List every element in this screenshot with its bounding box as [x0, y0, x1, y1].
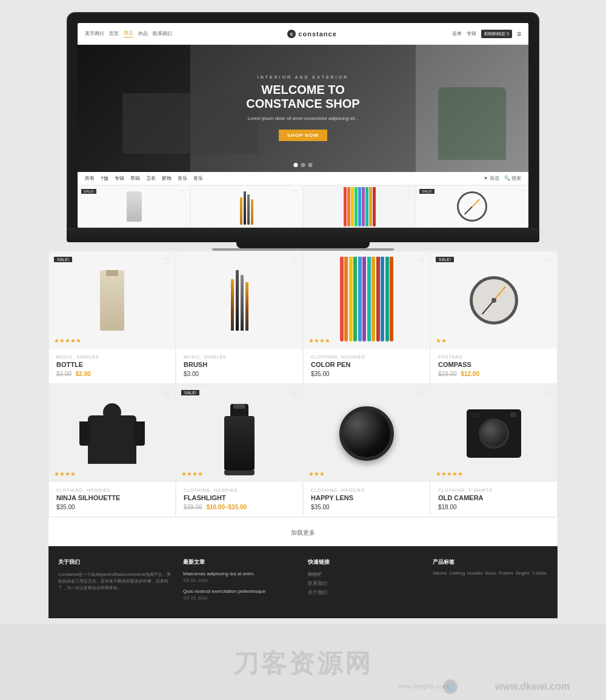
- nav-link-works[interactable]: 作品: [138, 30, 148, 37]
- footer-link-contact[interactable]: 联系我们: [308, 580, 423, 587]
- hero-dot-2[interactable]: [301, 163, 305, 167]
- tag-posters[interactable]: Posters: [499, 571, 513, 575]
- product-image-flashlight: SALE! ♡ ★★★★: [176, 385, 302, 482]
- products-row2: ♡ ★★★★ CLOTHING, HOODIES NINJA SILHOUETT…: [48, 384, 558, 517]
- product-card-flashlight: SALE! ♡ ★★★★ CLOTHING, HOODIES FLASHLIGH…: [176, 385, 303, 517]
- navbar-right: 追单 专辑 购物购物篮 0 ≡: [452, 30, 521, 38]
- footer-tags-list: Albums Clothing Hoodies Music Posters Si…: [433, 571, 548, 575]
- hero-content: INTERIOR AND EXTERIOR WELCOME TO CONSTAN…: [78, 45, 528, 141]
- wishlist-icon-4[interactable]: ♡: [518, 189, 524, 197]
- footer-blog-post-2: Quis nostrud exercitation pellentesque 3…: [183, 589, 298, 601]
- wishlist-icon-2[interactable]: ♡: [293, 189, 299, 197]
- footer-quicklinks: 快速链接 购物栏 联系我们 关于我们: [308, 558, 423, 606]
- footer: 关于我们 Constance是一个由Alejandro和woocommerce电…: [48, 546, 558, 618]
- hero-title: WELCOME TO CONSTANCE SHOP: [78, 83, 528, 111]
- hero-dot-3[interactable]: [308, 163, 313, 167]
- wishlist-icon-ninja[interactable]: ♡: [162, 390, 170, 400]
- footer-link-about[interactable]: 关于我们: [308, 589, 423, 596]
- watermark-sub: www.tengha.com: [398, 682, 448, 690]
- cat-music2[interactable]: 音乐: [193, 175, 203, 182]
- wishlist-icon-flashlight[interactable]: ♡: [290, 390, 298, 400]
- nav-link-shop[interactable]: 商店: [124, 30, 133, 38]
- cat-all[interactable]: 所有: [85, 175, 95, 182]
- nav-link-pages[interactable]: 页页: [109, 30, 119, 37]
- footer-about-text: Constance是一个由Alejandro和woocommerce电商平台，赞…: [58, 571, 173, 592]
- footer-quicklinks-title: 快速链接: [308, 558, 423, 566]
- wishlist-icon-lens[interactable]: ♡: [417, 390, 425, 400]
- tag-tshirts[interactable]: T-Shirts: [532, 571, 547, 575]
- sale-badge-4: SALE!: [419, 189, 435, 194]
- product-info-compass: POSTERS COMPASS $23.00 $12.00: [431, 349, 557, 383]
- product-stars-flashlight: ★★★★: [181, 471, 203, 477]
- product-card-lens: ♡ ★★★ CLOTHING, HOODIES HAPPY LENS $35.0…: [303, 385, 430, 517]
- product-card-colorpen: ♡ ★★★★: [303, 251, 430, 384]
- watermark-cn-text: 刀客资源网: [233, 647, 373, 681]
- cat-hoodie[interactable]: 卫衣: [146, 175, 156, 182]
- footer-about-title: 关于我们: [58, 558, 173, 566]
- product-stars-bottle: ★★★★★: [54, 337, 81, 344]
- nav-link-art[interactable]: 美字商行: [85, 30, 104, 37]
- tag-music[interactable]: Music: [485, 571, 496, 575]
- search-btn[interactable]: 🔍 搜索: [504, 175, 521, 182]
- product-name-brush: BRUSH: [184, 361, 295, 368]
- cart-button[interactable]: 购物购物篮 0: [481, 30, 512, 38]
- product-info-brush: MUSIC, SINGLES BRUSH $3.00: [176, 349, 302, 383]
- cat-draft[interactable]: 草稿: [130, 175, 140, 182]
- product-image-colorpen: ♡ ★★★★: [304, 252, 430, 349]
- wishlist-icon-1[interactable]: ♡: [180, 189, 186, 197]
- logo-icon: c: [287, 30, 296, 38]
- menu-icon[interactable]: ≡: [517, 30, 521, 38]
- product-name-lens: HAPPY LENS: [311, 494, 422, 501]
- product-category-colorpen: CLOTHING, HOODIES: [311, 355, 422, 359]
- footer-blog-title: 最新文章: [183, 558, 298, 566]
- nav-right-link1[interactable]: 追单: [452, 30, 462, 37]
- hero-dot-1[interactable]: [294, 163, 298, 167]
- watermark-section: 刀客资源网 www.dkewi.com www.tengha.com 🌐: [0, 624, 606, 700]
- product-category-bottle: MUSIC, SINGLES: [56, 355, 168, 359]
- category-bar: 所有 T恤 专辑 草稿 卫衣 胶饰 音乐 音乐 ▼ 筛选 🔍 搜索: [78, 172, 528, 185]
- nav-right-link2[interactable]: 专辑: [467, 30, 476, 37]
- product-stars-compass: ★★: [436, 337, 447, 344]
- footer-link-shop[interactable]: 购物栏: [308, 571, 423, 578]
- navbar-links: 美字商行 页页 商店 作品 联系我们: [85, 30, 172, 38]
- wishlist-icon-3[interactable]: ♡: [405, 189, 411, 197]
- tag-albums[interactable]: Albums: [433, 571, 447, 575]
- footer-tags-title: 产品标签: [433, 558, 548, 566]
- tag-singles[interactable]: Singles: [516, 571, 530, 575]
- product-category-flashlight: CLOTHING, HOODIES: [184, 488, 295, 492]
- filter-btn[interactable]: ▼ 筛选: [484, 175, 499, 182]
- product-image-camera: ♡ ★★★★★: [431, 385, 557, 482]
- footer-blog-post-1: Maecenas adipiscing dui at enim. 3月 04, …: [183, 571, 298, 584]
- product-stars-camera: ★★★★★: [436, 471, 463, 477]
- load-more-button[interactable]: 加载更多: [291, 529, 315, 536]
- wishlist-icon-bottle[interactable]: ♡: [162, 257, 170, 266]
- product-stars-colorpen: ★★★★: [308, 337, 330, 344]
- product-price-flashlight: $39.00 $10.00–$35.00: [184, 504, 295, 510]
- cat-tshirt[interactable]: T恤: [101, 175, 108, 182]
- wishlist-icon-colorpen[interactable]: ♡: [417, 257, 425, 266]
- wishlist-icon-camera[interactable]: ♡: [544, 390, 552, 400]
- product-card-ninja: ♡ ★★★★ CLOTHING, HOODIES NINJA SILHOUETT…: [48, 385, 176, 517]
- footer-about: 关于我们 Constance是一个由Alejandro和woocommerce电…: [58, 558, 173, 606]
- nav-link-contact[interactable]: 联系我们: [153, 30, 172, 37]
- product-category-brush: MUSIC, SINGLES: [184, 355, 295, 359]
- shop-now-button[interactable]: SHOP NOW: [279, 130, 327, 141]
- product-price-compass: $23.00 $12.00: [438, 371, 550, 377]
- category-links: 所有 T恤 专辑 草稿 卫衣 胶饰 音乐 音乐: [85, 175, 203, 182]
- cat-deco[interactable]: 胶饰: [162, 175, 171, 182]
- cat-music[interactable]: 音乐: [178, 175, 187, 182]
- wishlist-icon-compass[interactable]: ♡: [544, 257, 552, 266]
- cat-album[interactable]: 专辑: [115, 175, 124, 182]
- product-info-colorpen: CLOTHING, HOODIES COLOR PEN $35.00: [304, 349, 430, 383]
- products-row1: SALE! ♡ ★★★★★ MUSIC, SINGLES BOTTLE $3.0…: [48, 251, 558, 384]
- wishlist-icon-brush[interactable]: ♡: [290, 257, 298, 266]
- sale-badge-bottle: SALE!: [54, 257, 72, 262]
- product-price-ninja: $35.00: [56, 504, 168, 510]
- product-info-lens: CLOTHING, HOODIES HAPPY LENS $35.00: [304, 482, 430, 517]
- tag-hoodies[interactable]: Hoodies: [467, 571, 483, 575]
- tag-clothing[interactable]: Clothing: [449, 571, 465, 575]
- product-name-colorpen: COLOR PEN: [311, 361, 422, 368]
- product-info-ninja: CLOTHING, HOODIES NINJA SILHOUETTE $35.0…: [49, 482, 175, 517]
- product-price-lens: $35.00: [311, 504, 422, 510]
- product-price-brush: $3.00: [184, 371, 295, 377]
